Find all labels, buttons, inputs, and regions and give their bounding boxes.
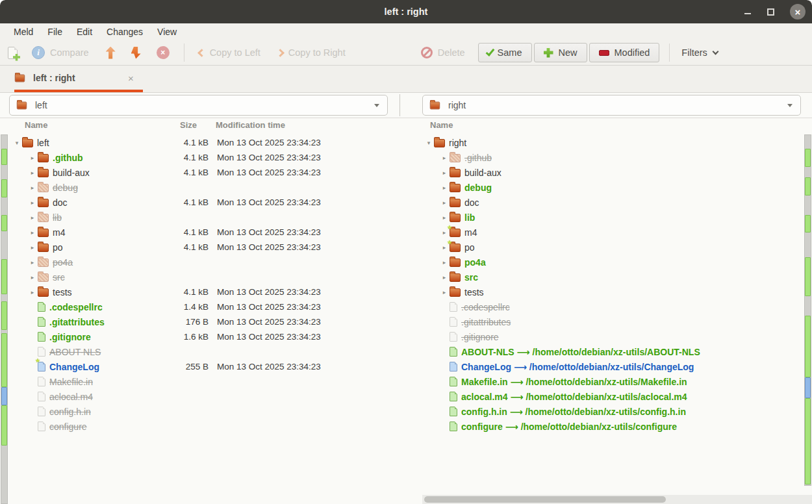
next-change-icon[interactable]	[131, 47, 141, 59]
menu-meld[interactable]: Meld	[6, 27, 40, 37]
expander-closed-icon[interactable]: ▸	[27, 184, 38, 191]
left-column-header-mtime[interactable]: Modification time	[216, 120, 285, 133]
tree-row[interactable]: aclocal.m4 ⟶ /home/otto/debian/xz-utils/…	[421, 389, 804, 404]
chunk-changed[interactable]	[805, 149, 811, 167]
left-change-map[interactable]	[1, 134, 8, 504]
chunk-modified[interactable]	[805, 377, 811, 398]
chunk-changed[interactable]	[1, 179, 7, 197]
copy-to-left-button[interactable]: Copy to Left	[199, 47, 260, 58]
chunk-changed[interactable]	[805, 398, 811, 485]
delete-button[interactable]: Delete	[421, 47, 465, 58]
expander-closed-icon[interactable]: ▸	[27, 259, 38, 266]
menu-view[interactable]: View	[150, 27, 184, 37]
tab-close-icon[interactable]: ×	[128, 73, 134, 84]
maximize-icon[interactable]	[767, 8, 774, 16]
horizontal-scrollbar[interactable]	[422, 495, 812, 504]
tree-row[interactable]: aclocal.m4	[9, 389, 407, 404]
expander-closed-icon[interactable]: ▸	[27, 214, 38, 221]
pane-splitter[interactable]	[400, 94, 400, 116]
expander-open-icon[interactable]: ▾	[424, 140, 434, 146]
tree-row[interactable]: ▸tests	[421, 284, 804, 299]
tree-row[interactable]: Makefile.in	[9, 374, 407, 389]
tree-row[interactable]: ★ChangeLog255 BMon 13 Oct 2025 23:34:23	[9, 359, 407, 374]
chunk-changed[interactable]	[805, 257, 811, 296]
chunk-changed[interactable]	[1, 215, 7, 231]
expander-closed-icon[interactable]: ▸	[439, 289, 450, 296]
tree-row[interactable]: ▸.github	[421, 150, 804, 165]
expander-closed-icon[interactable]: ▸	[27, 274, 38, 281]
expander-closed-icon[interactable]: ▸	[439, 155, 450, 161]
tree-row[interactable]: ChangeLog ⟶ /home/otto/debian/xz-utils/C…	[421, 359, 804, 374]
tree-row[interactable]: ▸src	[9, 270, 407, 284]
tree-row[interactable]: ▾left4.1 kBMon 13 Oct 2025 23:34:23	[9, 135, 407, 150]
tree-row[interactable]: .gitattributes176 BMon 13 Oct 2025 23:34…	[9, 314, 407, 329]
expander-closed-icon[interactable]: ▸	[27, 199, 38, 206]
close-icon[interactable]: ×	[790, 4, 806, 19]
tree-row[interactable]: ▸m44.1 kBMon 13 Oct 2025 23:34:23	[9, 225, 407, 240]
filters-dropdown[interactable]: Filters	[681, 47, 717, 58]
tree-row[interactable]: ▸.github4.1 kBMon 13 Oct 2025 23:34:23	[9, 150, 407, 165]
chunk-changed[interactable]	[1, 259, 7, 294]
filter-same-toggle[interactable]: Same	[478, 43, 532, 62]
expander-closed-icon[interactable]: ▸	[27, 289, 38, 296]
tree-row[interactable]: Makefile.in ⟶ /home/otto/debian/xz-utils…	[421, 374, 804, 389]
scrollbar-thumb[interactable]	[424, 496, 666, 503]
expander-closed-icon[interactable]: ▸	[439, 214, 450, 221]
expander-closed-icon[interactable]: ▸	[27, 170, 38, 176]
expander-open-icon[interactable]: ▾	[12, 140, 22, 146]
right-change-map[interactable]	[804, 134, 811, 486]
tree-row[interactable]: config.h.in ⟶ /home/otto/debian/xz-utils…	[421, 404, 804, 419]
filter-modified-toggle[interactable]: Modified	[589, 43, 660, 62]
minimize-icon[interactable]	[744, 8, 752, 16]
tree-row[interactable]: ▸debug	[421, 180, 804, 195]
expander-closed-icon[interactable]: ▸	[439, 170, 450, 176]
tree-row[interactable]: ABOUT-NLS	[9, 344, 407, 359]
left-column-header-size[interactable]: Size	[180, 120, 197, 133]
compare-button[interactable]: Compare	[50, 47, 89, 58]
tree-row[interactable]: configure	[9, 419, 407, 434]
tree-row[interactable]: ▸po4a	[421, 255, 804, 270]
expander-closed-icon[interactable]: ▸	[439, 274, 450, 281]
tree-row[interactable]: configure ⟶ /home/otto/debian/xz-utils/c…	[421, 419, 804, 434]
previous-change-icon[interactable]	[106, 47, 116, 59]
tree-row[interactable]: ▸★po	[421, 240, 804, 255]
chunk-modified[interactable]	[1, 387, 7, 405]
tree-row[interactable]: ▸debug	[9, 180, 407, 195]
chunk-changed[interactable]	[1, 333, 7, 387]
chunk-changed[interactable]	[1, 405, 7, 446]
tree-row[interactable]: ▸build-aux	[421, 165, 804, 180]
tab-left-right[interactable]: left : right ×	[14, 66, 134, 90]
expander-closed-icon[interactable]: ▸	[27, 155, 38, 161]
left-folder-combobox[interactable]: left	[9, 95, 388, 116]
expander-closed-icon[interactable]: ▸	[439, 259, 450, 266]
chunk-changed[interactable]	[805, 177, 811, 195]
right-folder-combobox[interactable]: right	[422, 95, 801, 116]
tree-row[interactable]: .gitattributes	[421, 314, 804, 329]
expander-closed-icon[interactable]: ▸	[27, 244, 38, 251]
tree-row[interactable]: ▸po4a	[9, 255, 407, 270]
tree-row[interactable]: ▾right	[421, 135, 804, 150]
chunk-changed[interactable]	[805, 215, 811, 233]
tree-row[interactable]: config.h.in	[9, 404, 407, 419]
tree-row[interactable]: ▸build-aux4.1 kBMon 13 Oct 2025 23:34:23	[9, 165, 407, 180]
tree-row[interactable]: ▸doc4.1 kBMon 13 Oct 2025 23:34:23	[9, 195, 407, 210]
tree-row[interactable]: .gitignore1.6 kBMon 13 Oct 2025 23:34:23	[9, 329, 407, 344]
chunk-changed[interactable]	[1, 149, 7, 165]
menu-changes[interactable]: Changes	[99, 27, 150, 37]
new-comparison-icon[interactable]	[8, 47, 18, 59]
copy-to-right-button[interactable]: Copy to Right	[277, 47, 346, 58]
tree-row[interactable]: ABOUT-NLS ⟶ /home/otto/debian/xz-utils/A…	[421, 344, 804, 359]
menu-edit[interactable]: Edit	[70, 27, 99, 37]
tree-row[interactable]: ▸★m4	[421, 225, 804, 240]
tree-row[interactable]: ▸doc	[421, 195, 804, 210]
tree-row[interactable]: ▸lib	[9, 210, 407, 225]
chunk-changed[interactable]	[805, 316, 811, 377]
chunk-changed[interactable]	[1, 301, 7, 330]
left-column-header-name[interactable]: Name	[25, 120, 47, 133]
expander-closed-icon[interactable]: ▸	[27, 229, 38, 236]
filter-new-toggle[interactable]: New	[534, 43, 587, 62]
tree-row[interactable]: .gitignore	[421, 329, 804, 344]
tree-row[interactable]: ▸po4.1 kBMon 13 Oct 2025 23:34:23	[9, 240, 407, 255]
stop-icon[interactable]: ×	[157, 46, 170, 59]
title-bar[interactable]: left : right ×	[0, 0, 812, 23]
